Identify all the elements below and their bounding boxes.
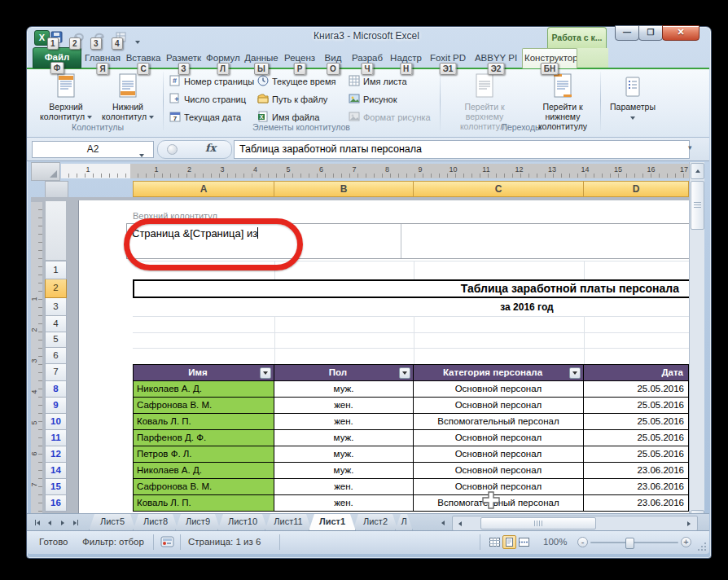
tab-данные[interactable]: ДанныеЫ [243,49,280,68]
row-header-10[interactable]: 10 [45,414,67,430]
next-sheet-button[interactable] [57,516,68,529]
cell-date[interactable]: 23.06.2016 [584,479,689,495]
button-header[interactable]: Верхнийколонтитул [36,72,96,130]
filter-dropdown-button[interactable] [569,367,581,379]
tab-разраб[interactable]: РазрабЧ [349,49,386,68]
button-goto-footer[interactable]: Перейти к нижнемуколонтитулу [528,72,598,130]
button-current-time[interactable]: Текущее время [257,75,335,88]
table-header-date[interactable]: Дата [584,364,689,381]
cell-name[interactable]: Коваль Л. П. [133,414,274,430]
row-header-1[interactable]: 1 [45,261,67,279]
formula-input[interactable]: Таблица заработной платы персонала [234,140,690,159]
cell-category[interactable]: Вспомогательный персонал [414,414,584,430]
row-header-14[interactable]: 14 [45,463,67,479]
cell-date[interactable]: 23.06.2016 [584,463,689,479]
row-header-11[interactable]: 11 [45,430,67,446]
name-box[interactable]: A2 [32,141,154,158]
zoom-in-button[interactable]: + [681,537,691,547]
last-sheet-button[interactable] [70,516,81,529]
cell-date[interactable]: 25.05.2016 [584,398,689,414]
vertical-scrollbar-thumb[interactable] [691,181,704,230]
tab-вставка[interactable]: ВставкаС [124,49,163,68]
zoom-slider-track[interactable] [590,542,678,543]
cell-gender[interactable]: жен. [274,414,414,430]
cell-name[interactable]: Николаев А. Д. [133,463,274,479]
tab-abbyy-pi[interactable]: ABBYY PIЭ2 [471,49,520,68]
contextual-tab-group-label[interactable]: Работа с к... [547,27,607,49]
tab-формул[interactable]: ФормулЛ [204,49,241,68]
sheet-title-cell[interactable]: Таблица заработной платы персонала [133,279,689,298]
scroll-up-button[interactable] [691,163,704,179]
horizontal-scrollbar-thumb[interactable] [480,517,596,529]
zoom-slider-thumb[interactable] [625,538,634,549]
cell-category[interactable]: Основной персонал [414,463,584,479]
row-header-6[interactable]: 6 [45,348,67,364]
tab-реценз[interactable]: РецензР [282,49,318,68]
prev-sheet-button[interactable] [44,516,55,529]
formula-bar-expand-button[interactable]: ▾ [688,143,692,152]
tab-scroll-left-button[interactable] [437,516,449,529]
view-normal-button[interactable] [488,535,502,549]
button-footer[interactable]: Нижнийколонтитул [98,72,158,130]
button-sheet-name[interactable]: Имя листа [349,75,407,88]
cell-gender[interactable]: жен. [274,479,414,495]
sheet-tab-лист5[interactable]: Лист5 [89,514,136,531]
sheet-tab-лист1[interactable]: Лист1 [309,514,356,531]
tab-конструктор[interactable]: КонструкторБН [522,48,577,68]
cell-date[interactable]: 25.05.2016 [584,381,689,398]
table-header-category[interactable]: Категория персонала [414,364,584,381]
column-header-a[interactable]: A [133,181,274,197]
row-header-16[interactable]: 16 [45,495,67,512]
button-current-date[interactable]: 7Текущая дата [169,111,241,124]
cell-category[interactable]: Основной персонал [414,446,584,463]
cell-category[interactable]: Основной персонал [414,430,584,446]
table-header-gender[interactable]: Пол [274,364,414,381]
row-header-9[interactable]: 9 [45,398,67,414]
cell-date[interactable]: 23.06.2016 [584,495,689,512]
macro-record-icon[interactable] [160,536,174,549]
tab-вид[interactable]: ВидО [319,49,347,68]
filter-dropdown-button[interactable] [260,367,271,379]
hscroll-right-button[interactable] [683,517,695,529]
cell-category[interactable]: Основной персонал [414,381,584,398]
column-header-b[interactable]: B [274,181,414,197]
row-header-4[interactable]: 4 [45,316,67,332]
row-header-12[interactable]: 12 [45,446,67,463]
close-button[interactable]: ✕ [662,25,699,41]
cell-gender[interactable]: жен. [274,495,414,512]
row-header-7[interactable]: 7 [45,364,67,381]
column-header-d[interactable]: D [584,181,689,197]
tab-главная[interactable]: ГлавнаяЯ [83,49,122,68]
tab-разметк[interactable]: РазметкЗ [164,49,203,68]
view-page-break-button[interactable] [517,535,531,549]
tab-надстр[interactable]: НадстрН [388,49,424,68]
filter-dropdown-button[interactable] [399,367,410,379]
fx-icon[interactable]: fx [205,142,216,154]
cell-category[interactable]: Основной персонал [414,398,584,414]
name-box-dropdown[interactable] [139,147,144,162]
zoom-out-button[interactable]: - [577,537,588,547]
view-page-layout-button[interactable] [502,535,516,549]
row-header-8[interactable]: 8 [45,381,67,398]
cell-date[interactable]: 25.05.2016 [584,414,689,430]
cell-name[interactable]: Петров Ф. Л. [133,446,274,463]
vertical-scrollbar[interactable] [689,162,704,526]
column-header-c[interactable]: C [414,181,584,197]
cell-gender[interactable]: жен. [274,398,414,414]
button-page-count[interactable]: +Число страниц [169,93,246,106]
first-sheet-button[interactable] [31,516,42,529]
button-page-number[interactable]: #Номер страницы [169,75,254,88]
options-button[interactable]: Параметры [606,75,660,134]
sheet-tab-лист2[interactable]: Лист2 [353,514,398,531]
row-header-2[interactable]: 2 [45,279,67,298]
button-file-path[interactable]: Путь к файлу [257,93,327,106]
row-header-5[interactable]: 5 [45,332,67,348]
cell-name[interactable]: Николаев А. Д. [133,381,274,398]
sheet-tab-лист9[interactable]: Лист9 [175,514,221,531]
cell-gender[interactable]: муж. [274,430,414,446]
qat-customize-dropdown[interactable] [135,34,140,49]
button-picture[interactable]: Рисунок [349,93,397,106]
sheet-subtitle-cell[interactable]: за 2016 год [405,299,649,316]
zoom-level[interactable]: 100% [543,537,567,547]
hscroll-left-button[interactable] [454,517,466,529]
